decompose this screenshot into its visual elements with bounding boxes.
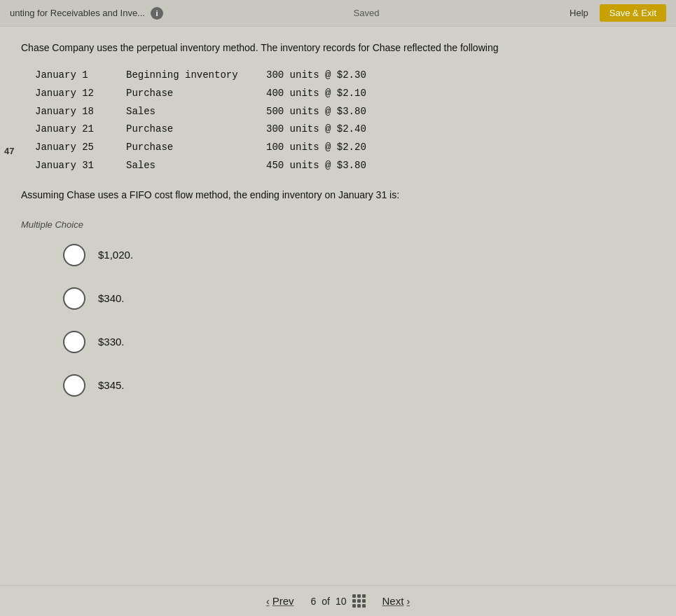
- inventory-type: Beginning inventory: [126, 67, 266, 85]
- radio-button[interactable]: [63, 244, 85, 266]
- page-total: 10: [336, 596, 347, 607]
- radio-button[interactable]: [63, 287, 85, 310]
- next-button[interactable]: Next ›: [382, 595, 411, 607]
- top-bar-left: unting for Receivables and Inve... i: [10, 7, 163, 20]
- breadcrumb-title: unting for Receivables and Inve...: [10, 8, 145, 18]
- choice-label: $345.: [98, 379, 125, 391]
- top-bar-right: Help Save & Exit: [570, 4, 666, 22]
- inventory-date: January 31: [35, 157, 126, 175]
- info-icon[interactable]: i: [151, 7, 163, 20]
- radio-inner: [71, 252, 78, 259]
- inventory-qty: 300 units @ $2.40: [266, 121, 655, 139]
- prev-button[interactable]: ‹ Prev: [266, 595, 294, 607]
- fifo-question: Assuming Chase uses a FIFO cost flow met…: [21, 188, 655, 203]
- choices-container: $1,020.$340.$330.$345.: [63, 244, 655, 397]
- next-label: Next: [382, 595, 404, 607]
- inventory-type: Sales: [126, 157, 266, 175]
- radio-inner: [71, 338, 78, 345]
- help-link[interactable]: Help: [570, 8, 588, 18]
- radio-inner: [71, 382, 78, 389]
- choice-label: $1,020.: [98, 249, 133, 261]
- inventory-table: January 1Beginning inventory300 units @ …: [35, 67, 655, 175]
- radio-button[interactable]: [63, 331, 85, 353]
- problem-description: Chase Company uses the perpetual invento…: [21, 41, 655, 55]
- prev-label: Prev: [273, 595, 294, 607]
- inventory-qty: 500 units @ $3.80: [266, 103, 655, 121]
- save-exit-button[interactable]: Save & Exit: [600, 4, 666, 22]
- choice-item[interactable]: $340.: [63, 287, 655, 310]
- radio-inner: [71, 295, 78, 302]
- inventory-type: Purchase: [126, 139, 266, 157]
- inventory-date: January 12: [35, 85, 126, 103]
- inventory-date: January 18: [35, 103, 126, 121]
- chevron-right-icon: ›: [406, 596, 410, 607]
- chevron-left-icon: ‹: [266, 596, 270, 607]
- saved-badge: Saved: [354, 8, 380, 18]
- inventory-qty: 100 units @ $2.20: [266, 139, 655, 157]
- inventory-date: January 1: [35, 67, 126, 85]
- page-of-label: of: [322, 596, 330, 607]
- inventory-date: January 21: [35, 121, 126, 139]
- choice-item[interactable]: $330.: [63, 331, 655, 353]
- choice-item[interactable]: $1,020.: [63, 244, 655, 266]
- bottom-nav: ‹ Prev 6 of 10 Next ›: [0, 585, 676, 616]
- inventory-type: Sales: [126, 103, 266, 121]
- inventory-qty: 450 units @ $3.80: [266, 157, 655, 175]
- grid-icon: [352, 594, 366, 608]
- main-content: 47 Chase Company uses the perpetual inve…: [0, 27, 676, 411]
- choice-label: $340.: [98, 292, 125, 304]
- page-current: 6: [310, 596, 316, 607]
- section-label: Multiple Choice: [21, 219, 655, 230]
- inventory-qty: 400 units @ $2.10: [266, 85, 655, 103]
- choice-label: $330.: [98, 336, 125, 348]
- inventory-type: Purchase: [126, 121, 266, 139]
- question-number: 47: [4, 146, 14, 156]
- top-bar: unting for Receivables and Inve... i Sav…: [0, 0, 676, 27]
- inventory-type: Purchase: [126, 85, 266, 103]
- inventory-date: January 25: [35, 139, 126, 157]
- inventory-qty: 300 units @ $2.30: [266, 67, 655, 85]
- radio-button[interactable]: [63, 374, 85, 397]
- page-info: 6 of 10: [310, 594, 365, 608]
- choice-item[interactable]: $345.: [63, 374, 655, 397]
